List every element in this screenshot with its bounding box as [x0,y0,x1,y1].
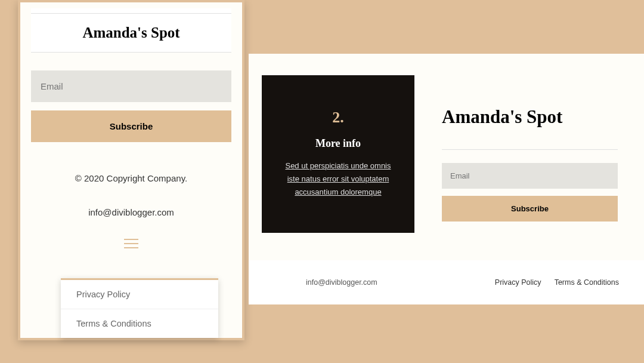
info-box: 2. More info Sed ut perspiciatis unde om… [262,75,414,233]
subscribe-button[interactable]: Subscribe [442,196,618,222]
mobile-preview-card: Amanda's Spot Subscribe © 2020 Copyright… [18,0,244,340]
subscribe-button[interactable]: Subscribe [31,110,231,142]
desktop-preview-card: 2. More info Sed ut perspiciatis unde om… [249,54,644,304]
hamburger-icon[interactable] [124,239,138,248]
info-body-link[interactable]: Sed ut perspiciatis unde omnis iste natu… [276,159,400,199]
subscribe-form: Subscribe [31,53,231,142]
email-field[interactable] [31,70,231,102]
site-title: Amanda's Spot [442,106,618,128]
subscribe-column: Amanda's Spot Subscribe [442,75,631,233]
menu-item-terms[interactable]: Terms & Conditions [61,309,218,338]
info-heading: More info [276,137,400,150]
footer-bar: info@diviblogger.com Privacy Policy Term… [249,260,644,304]
copyright-text: © 2020 Copyright Company. [31,173,231,183]
info-number: 2. [276,109,400,127]
footer-link-privacy[interactable]: Privacy Policy [495,278,541,287]
email-field[interactable] [442,163,618,189]
footer-link-terms[interactable]: Terms & Conditions [555,278,619,287]
mobile-menu: Privacy Policy Terms & Conditions [61,278,218,338]
footer-links: Privacy Policy Terms & Conditions [495,278,619,287]
menu-item-privacy[interactable]: Privacy Policy [61,280,218,309]
contact-email: info@diviblogger.com [31,207,231,217]
divider [31,13,231,14]
divider [442,149,618,150]
contact-email: info@diviblogger.com [306,278,377,287]
mobile-header: Amanda's Spot [31,8,231,53]
site-title: Amanda's Spot [31,24,231,52]
